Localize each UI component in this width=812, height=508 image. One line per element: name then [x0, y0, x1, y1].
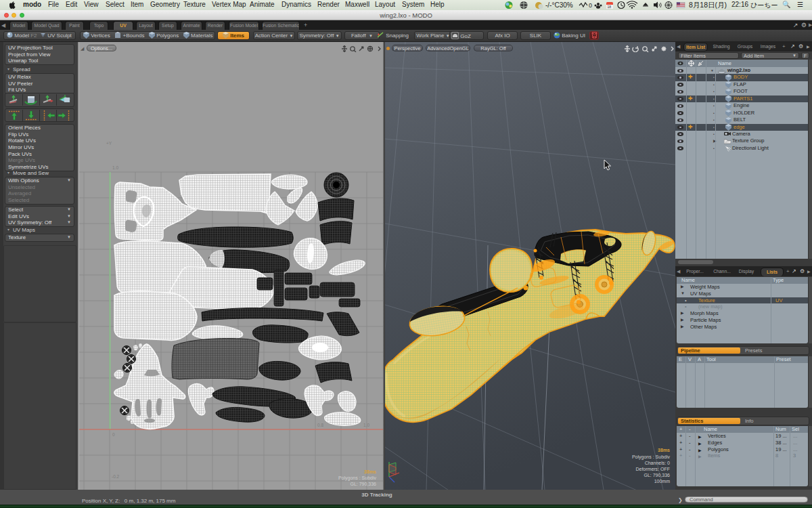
svg-text:100mm: 100mm: [654, 479, 671, 484]
svg-text:GL: 790,336: GL: 790,336: [644, 473, 670, 478]
svg-text:-/-°C30%: -/-°C30%: [545, 1, 573, 9]
svg-text:-0.2: -0.2: [112, 474, 120, 479]
svg-text:0: 0: [589, 2, 592, 9]
svg-text:38ms: 38ms: [658, 448, 670, 452]
svg-text:+Y: +Y: [106, 141, 112, 146]
svg-text:GL: 790,336: GL: 790,336: [350, 482, 376, 486]
svg-text:38ms: 38ms: [364, 469, 376, 474]
svg-text:Polygons : Subdiv: Polygons : Subdiv: [632, 454, 671, 460]
svg-text:Polygons : Subdiv: Polygons : Subdiv: [338, 475, 377, 481]
svg-text:18: 18: [608, 5, 612, 9]
svg-text:1.0: 1.0: [112, 165, 118, 170]
svg-text:1.0: 1.0: [363, 423, 369, 427]
svg-text:0: 0: [112, 432, 115, 437]
svg-text:0.8: 0.8: [317, 423, 323, 427]
svg-text:Channels: 0: Channels: 0: [645, 461, 670, 465]
svg-text:Deformers: OFF: Deformers: OFF: [635, 467, 670, 471]
